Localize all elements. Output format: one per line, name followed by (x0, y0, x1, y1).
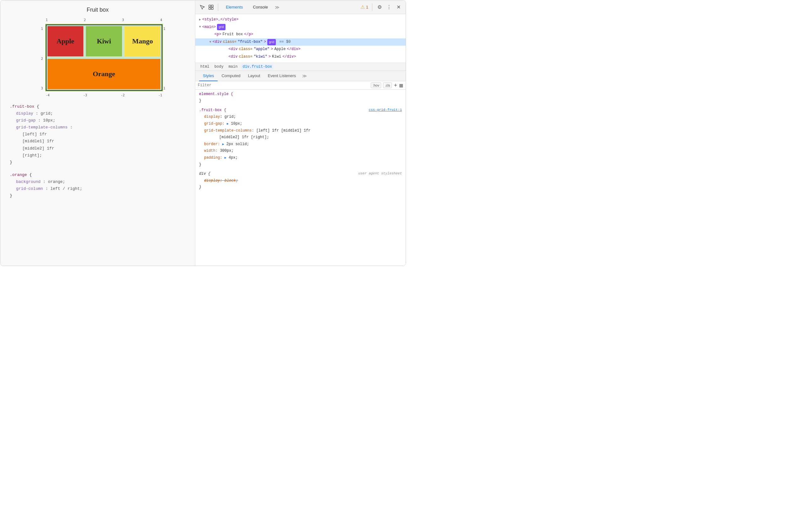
svg-rect-2 (209, 8, 211, 10)
breadcrumb-html[interactable]: html (199, 64, 211, 69)
panel-title: Fruit box (10, 6, 186, 13)
mango-cell: Mango (125, 26, 161, 56)
code-line: grid-column : left / right; (10, 185, 186, 192)
code-line: display : grid; (10, 110, 186, 117)
orange-code: .orange { background : orange; grid-colu… (10, 171, 186, 199)
hov-button[interactable]: :hov (371, 83, 381, 88)
right-panel: Elements Console ≫ ⚠ 1 ⚙ ⋮ ✕ ▶ <style>…<… (195, 0, 406, 266)
grid-num-bot-1: -4 (46, 94, 50, 97)
fruit-grid: Apple Kiwi Mango Orange (46, 25, 162, 91)
css-rule-close: } (199, 98, 402, 104)
styles-tabs: Styles Computed Layout Event Listeners ≫ (195, 71, 406, 81)
grid-badge: grid (217, 24, 226, 30)
code-line: } (10, 192, 186, 199)
css-rule-close-2: } (199, 162, 402, 168)
warning-badge[interactable]: ⚠ 1 (360, 4, 368, 10)
left-panel: Fruit box 1 2 3 4 1 2 3 -1 -1 (0, 0, 195, 266)
settings-icon[interactable]: ⚙ (376, 4, 383, 11)
more-tabs-icon[interactable]: ≫ (274, 4, 280, 10)
expand-icon[interactable]: ▼ (199, 24, 201, 30)
fruit-box-rule: css-grid-fruit:1 .fruit-box { display: g… (199, 107, 402, 168)
css-rule-close-3: } (199, 184, 402, 191)
grid-numbers-top: 1 2 3 4 (46, 18, 162, 22)
tab-styles[interactable]: Styles (199, 71, 218, 81)
html-style-line[interactable]: ▶ <style>…</style> (199, 16, 402, 24)
code-line: grid-template-columns : (10, 124, 186, 131)
css-rule-selector-line-3: user agent stylesheet div { (199, 171, 402, 178)
collapse-icon[interactable]: ▶ (199, 17, 201, 23)
filter-input[interactable] (198, 83, 369, 87)
code-line: .orange { (10, 171, 186, 179)
grid-num-top-1: 1 (46, 18, 48, 22)
grid-num-left-2: 2 (41, 57, 43, 60)
grid-container: 1 2 3 4 1 2 3 -1 -1 -4 -3 -2 -1 (30, 18, 165, 97)
close-icon[interactable]: ✕ (395, 4, 402, 11)
grid-num-left-3: 3 (41, 87, 43, 90)
css-prop-width: width: 300px; (199, 148, 402, 155)
html-div-apple-line[interactable]: <div class="apple">Apple</div> (199, 46, 402, 53)
html-main-line[interactable]: ▼ <main> grid (199, 24, 402, 31)
html-tree: ▶ <style>…</style> ▼ <main> grid <p>Frui… (195, 14, 406, 63)
code-line: [right]; (10, 152, 186, 159)
css-prop-columns-2: [middle2] 1fr [right]; (199, 134, 402, 141)
cursor-icon[interactable] (199, 4, 205, 10)
code-line: [left] 1fr (10, 131, 186, 138)
css-prop-gap: grid-gap: ▶ 10px; (199, 121, 402, 127)
css-rule-selector-line: css-grid-fruit:1 .fruit-box { (199, 107, 402, 114)
fruit-box-code: .fruit-box { display : grid; grid-gap : … (10, 103, 186, 166)
apple-cell: Apple (47, 26, 84, 56)
styles-tabs-more-icon[interactable]: ≫ (301, 71, 308, 80)
overflow-menu-icon[interactable]: ⋮ (386, 4, 392, 11)
expand-icon-2[interactable]: ▼ (209, 39, 211, 45)
html-div-kiwi-line[interactable]: <div class="kiwi">Kiwi</div> (199, 53, 402, 61)
add-rule-icon[interactable]: + (394, 83, 397, 88)
dollar-badge: == $0 (277, 39, 291, 46)
grid-num-bot-4: -1 (158, 94, 162, 97)
grid-numbers-left: 1 2 3 (41, 27, 43, 90)
toolbar-divider-2 (372, 3, 372, 11)
grid-num-top-2: 2 (84, 18, 86, 22)
tab-event-listeners[interactable]: Event Listeners (264, 71, 300, 81)
css-rules-panel: element.style { } css-grid-fruit:1 .frui… (195, 90, 406, 266)
tab-layout[interactable]: Layout (244, 71, 264, 81)
breadcrumb-main[interactable]: main (227, 64, 239, 69)
grid-numbers-bottom: -4 -3 -2 -1 (46, 94, 162, 97)
css-prop-border: border: ▶ 2px solid; (199, 141, 402, 148)
grid-badge-2: grid (267, 39, 276, 45)
tab-computed[interactable]: Computed (218, 71, 244, 81)
breadcrumb-bar: html body main div.fruit-box (195, 63, 406, 71)
css-prop-padding: padding: ▶ 4px; (199, 155, 402, 162)
css-prop-columns: grid-template-columns: [left] 1fr [middl… (199, 127, 402, 135)
cls-button[interactable]: .cls (383, 83, 392, 88)
grid-visualization: 1 2 3 4 1 2 3 -1 -1 -4 -3 -2 -1 (10, 18, 186, 97)
css-rule-selector-line: element.style { (199, 91, 402, 98)
grid-num-bot-2: -3 (83, 94, 87, 97)
code-line: } (10, 159, 186, 166)
svg-rect-0 (209, 5, 211, 7)
div-user-agent-rule: user agent stylesheet div { display: blo… (199, 171, 402, 191)
grid-num-left-1: 1 (41, 27, 43, 30)
code-line: background : orange; (10, 179, 186, 185)
devtools-toolbar: Elements Console ≫ ⚠ 1 ⚙ ⋮ ✕ (195, 0, 406, 14)
toggle-dark-icon[interactable]: ▦ (399, 83, 403, 88)
kiwi-cell: Kiwi (86, 26, 122, 56)
html-div-fruit-box-line[interactable]: ▼ <div class="fruit-box"> grid == $0 (195, 38, 406, 46)
element-style-rule: element.style { } (199, 91, 402, 104)
html-p-line[interactable]: <p>Fruit box</p> (199, 31, 402, 38)
code-line: grid-gap : 10px; (10, 117, 186, 124)
inspect-icon[interactable] (208, 4, 214, 10)
grid-num-top-3: 3 (122, 18, 124, 22)
grid-num-top-4: 4 (160, 18, 162, 22)
breadcrumb-body[interactable]: body (213, 64, 225, 69)
styles-filter: :hov .cls + ▦ (195, 81, 406, 90)
css-prop-display-block: display: block; (199, 178, 402, 184)
svg-rect-1 (211, 5, 213, 7)
orange-cell: Orange (47, 59, 161, 89)
code-line: .fruit-box { (10, 103, 186, 110)
user-agent-label: user agent stylesheet (358, 171, 402, 177)
code-line: [middle2] 1fr (10, 145, 186, 152)
tab-console[interactable]: Console (249, 3, 272, 11)
tab-elements[interactable]: Elements (222, 3, 247, 11)
breadcrumb-div-fruit-box[interactable]: div.fruit-box (241, 64, 273, 69)
css-source-link[interactable]: css-grid-fruit:1 (368, 107, 402, 113)
